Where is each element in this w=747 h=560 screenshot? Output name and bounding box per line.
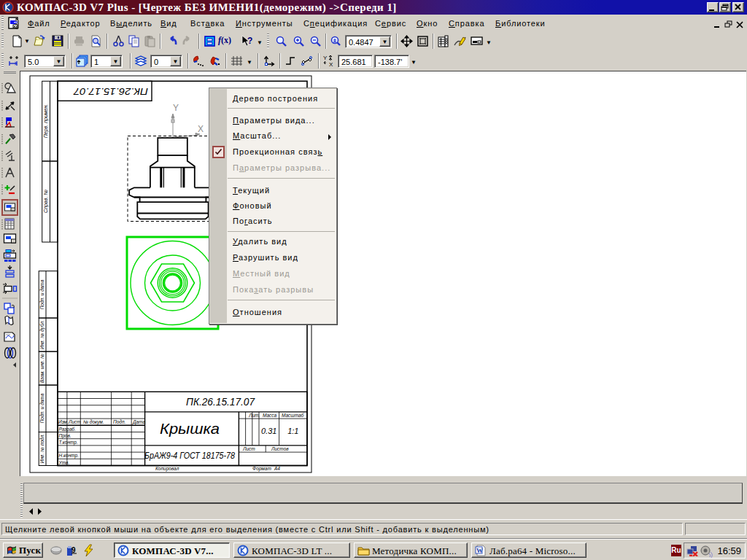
svg-text:Y: Y: [323, 55, 328, 61]
svg-text:Разраб.: Разраб.: [59, 427, 77, 432]
svg-text:9: 9: [71, 546, 76, 554]
svg-text:Листов: Листов: [271, 446, 289, 451]
svg-text:ПК.26.15.17.07: ПК.26.15.17.07: [186, 396, 255, 408]
svg-text:Подп. и дата: Подп. и дата: [39, 393, 44, 423]
svg-text:Масса: Масса: [263, 413, 277, 418]
svg-text:Изм.: Изм.: [58, 419, 69, 424]
svg-text:Y: Y: [173, 103, 179, 113]
svg-text:X: X: [329, 61, 333, 67]
svg-text:0.31: 0.31: [261, 427, 276, 435]
svg-text:Масштаб: Масштаб: [282, 413, 304, 418]
svg-text:Утв.: Утв.: [58, 460, 70, 465]
svg-text:Пров.: Пров.: [59, 433, 71, 439]
svg-text:№ докум.: № докум.: [83, 419, 104, 425]
svg-text:БрАЖ9-4 ГОСТ 18175-78: БрАЖ9-4 ГОСТ 18175-78: [144, 450, 236, 461]
svg-text:?: ?: [247, 36, 252, 46]
svg-text:Инв. № подл.: Инв. № подл.: [39, 434, 44, 464]
svg-text:Справ. №: Справ. №: [43, 190, 49, 213]
svg-text:Дата: Дата: [132, 419, 146, 425]
svg-text:Формат: Формат: [252, 466, 271, 472]
svg-text:1:1: 1:1: [287, 427, 298, 435]
svg-text:Перв. примен.: Перв. примен.: [43, 104, 49, 139]
svg-text:Подп.: Подп.: [113, 419, 125, 424]
svg-text:Инв. № дубл.: Инв. № дубл.: [39, 320, 45, 349]
svg-text:Лист: Лист: [242, 446, 255, 451]
svg-text:X: X: [198, 124, 204, 134]
svg-text:Лист: Лист: [68, 419, 81, 424]
svg-text:Н.контр.: Н.контр.: [59, 453, 80, 459]
svg-text:А4: А4: [274, 466, 280, 471]
svg-text:Взам. инв. №: Взам. инв. №: [39, 354, 44, 383]
svg-text:Копировал: Копировал: [155, 466, 179, 472]
svg-text:Лит.: Лит.: [248, 413, 260, 418]
svg-text:ПК.26.15.17.07: ПК.26.15.17.07: [73, 86, 148, 97]
svg-text:Подп. и дата: Подп. и дата: [39, 279, 44, 309]
svg-text:Т.контр.: Т.контр.: [59, 440, 78, 446]
svg-text:Крышка: Крышка: [160, 420, 220, 437]
svg-text:W: W: [476, 547, 483, 554]
